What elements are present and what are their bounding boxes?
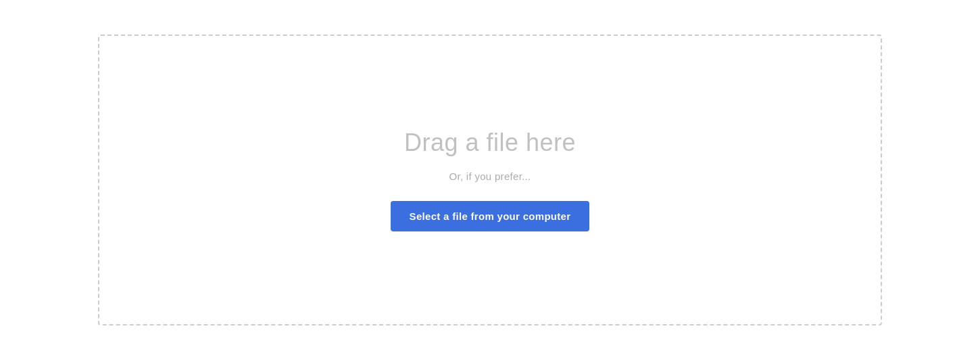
drop-zone[interactable]: Drag a file here Or, if you prefer... Se… (98, 35, 882, 325)
or-prefer-text: Or, if you prefer... (449, 171, 531, 182)
select-file-button[interactable]: Select a file from your computer (391, 201, 590, 231)
drag-title: Drag a file here (404, 129, 576, 157)
page-container: Drag a file here Or, if you prefer... Se… (0, 0, 980, 360)
